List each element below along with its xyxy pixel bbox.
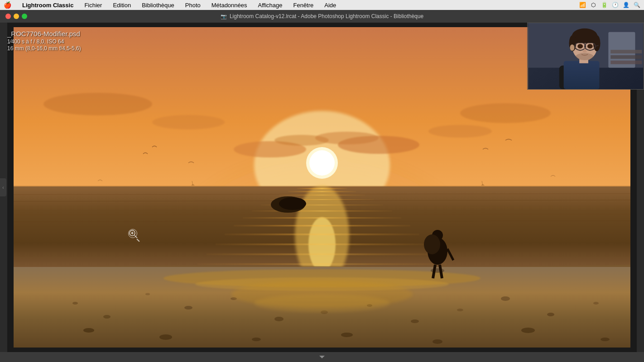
svg-rect-29 [234,225,410,227]
svg-rect-82 [610,55,642,59]
svg-point-4 [309,150,335,176]
left-panel-toggle[interactable]: ‹ [0,178,6,196]
svg-rect-27 [252,210,392,212]
window-title: 📷 Lightroom Catalog-v12.lrcat - Adobe Ph… [221,13,423,19]
svg-point-47 [411,319,419,323]
menu-affichage[interactable]: Affichage [256,1,284,9]
svg-rect-22 [297,188,347,189]
svg-point-9 [43,93,152,115]
svg-rect-33 [197,263,447,265]
photo-viewer[interactable]: _ROC7706-Modifier.psd 1⁄400 s à f / 8,0,… [0,23,644,352]
svg-rect-24 [279,195,365,195]
user-icon[interactable]: 👤 [622,1,630,9]
menubar: 🍎 Lightroom Classic Fichier Edition Bibl… [0,0,644,10]
svg-point-55 [341,333,353,337]
svg-point-52 [83,328,94,333]
window-title-text: Lightroom Catalog-v12.lrcat - Adobe Phot… [230,13,423,19]
svg-point-42 [184,306,192,310]
svg-point-53 [159,334,172,340]
close-button[interactable] [5,14,11,19]
wifi-icon[interactable]: 📶 [579,1,586,9]
webcam-video [528,23,644,89]
svg-point-39 [72,302,78,305]
svg-point-54 [252,338,261,341]
menu-fichier[interactable]: Fichier [82,1,104,9]
svg-point-8 [315,132,379,144]
menu-fenetre[interactable]: Fenêtre [291,1,315,9]
svg-rect-70 [7,23,14,352]
bluetooth-icon[interactable]: ⬡ [590,1,597,9]
svg-point-60 [254,294,390,312]
panel-arrow-icon: ‹ [2,185,4,190]
svg-point-58 [601,338,610,341]
traffic-lights [5,14,27,19]
svg-point-63 [424,234,440,254]
svg-point-48 [457,309,463,311]
svg-point-56 [433,339,442,344]
svg-rect-73 [7,348,637,352]
svg-point-35 [279,197,306,210]
svg-point-49 [501,296,510,301]
svg-rect-28 [243,217,401,219]
svg-point-44 [274,317,284,321]
menu-photo[interactable]: Photo [183,1,202,9]
svg-point-97 [577,44,583,48]
statusbar [0,352,644,362]
menu-aide[interactable]: Aide [322,1,338,9]
svg-rect-85 [564,61,600,89]
battery-icon[interactable]: 🔋 [601,1,608,9]
svg-rect-23 [288,191,356,192]
svg-rect-30 [225,233,419,235]
svg-point-11 [152,115,225,129]
svg-point-41 [145,293,150,295]
svg-point-12 [428,125,492,138]
catalog-icon: 📷 [221,14,227,19]
titlebar: 📷 Lightroom Catalog-v12.lrcat - Adobe Ph… [0,10,644,23]
svg-point-51 [593,302,599,305]
apple-logo-icon[interactable]: 🍎 [4,1,11,9]
webcam-overlay [527,23,644,90]
svg-point-100 [576,53,593,60]
menu-bibliotheque[interactable]: Bibliothèque [140,1,176,9]
svg-point-10 [460,103,551,123]
menu-edition[interactable]: Edition [111,1,133,9]
clock-icon[interactable]: 🕐 [611,1,619,9]
search-system-icon[interactable]: 🔍 [633,1,640,9]
filmstrip-toggle-icon[interactable] [319,356,325,358]
menu-app-name[interactable]: Lightroom Classic [20,1,75,9]
svg-point-57 [521,328,535,333]
main-area: ‹ [0,23,644,352]
svg-point-67 [431,268,444,273]
menubar-system-icons: 📶 ⬡ 🔋 🕐 👤 🔍 [579,1,640,9]
svg-rect-81 [610,50,642,53]
svg-point-40 [103,315,111,319]
svg-rect-32 [207,253,437,255]
svg-point-98 [587,44,593,48]
svg-rect-31 [216,243,428,245]
maximize-button[interactable] [22,14,27,19]
svg-point-99 [570,44,574,51]
menu-metadonnees[interactable]: Métadonnées [210,1,249,9]
minimize-button[interactable] [14,14,19,19]
svg-point-50 [547,313,554,316]
svg-rect-83 [610,61,642,64]
